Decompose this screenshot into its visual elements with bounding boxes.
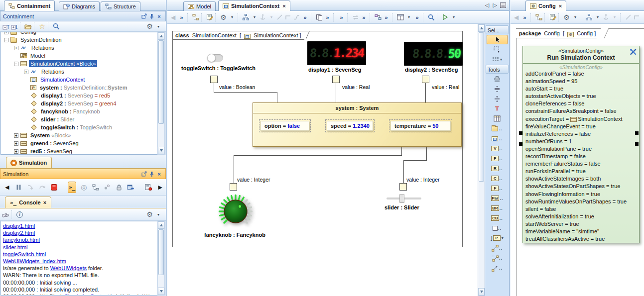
palette-iflow[interactable]: .. (487, 263, 508, 273)
ovf-button[interactable]: » (413, 12, 421, 22)
tree-item[interactable]: +Config (1, 32, 165, 36)
selection-handle[interactable] (519, 131, 522, 135)
tab-structure[interactable]: Structure (101, 1, 140, 11)
tree-item[interactable]: fancyknob : Fancyknob (1, 107, 165, 115)
palette-stamp[interactable] (487, 74, 508, 84)
infoc-button[interactable]: i (15, 209, 24, 219)
fancyknob-widget[interactable] (217, 192, 255, 231)
searchb-button[interactable] (52, 21, 60, 31)
cornerd-button[interactable] (633, 12, 641, 22)
palette-distv[interactable] (487, 94, 508, 103)
connector[interactable] (234, 155, 402, 156)
tree-scrollbar[interactable] (157, 32, 165, 155)
tab-simulationcontext[interactable]: SimulationContext × (218, 0, 290, 11)
zigd-button[interactable] (292, 12, 301, 22)
palette-lbox-CB[interactable]: CB.. (487, 213, 508, 223)
caret-button[interactable]: ▾ (250, 12, 258, 22)
display1-sevenseg[interactable]: 8.8.1.234 (307, 41, 366, 65)
stepovd-button[interactable] (38, 182, 46, 193)
expand-icon[interactable]: + (14, 141, 18, 146)
palette-lbox-BR[interactable]: BR.. (487, 203, 508, 213)
swapd-button[interactable] (351, 12, 360, 22)
pin-icon[interactable] (148, 171, 155, 178)
console-link[interactable]: WebUIWidgets (50, 265, 87, 271)
searchb-button[interactable] (427, 12, 435, 22)
console-link[interactable]: slider.html (3, 244, 28, 250)
tree-item[interactable]: Model (1, 52, 165, 60)
structb-button[interactable] (242, 12, 250, 22)
float-icon[interactable] (140, 13, 148, 20)
console-link[interactable]: display1.html (3, 223, 35, 229)
tree-item[interactable]: slider : Slider (1, 115, 165, 123)
toggle-switch-widget[interactable] (208, 54, 223, 62)
palette-conn[interactable]: .. (487, 243, 508, 253)
canvas-scrollbar[interactable] (478, 24, 485, 296)
playb-button[interactable] (441, 12, 449, 22)
tree-item[interactable]: toggleSwitch : ToggleSwitch (1, 123, 165, 131)
float-icon[interactable] (140, 171, 148, 178)
caret-button[interactable]: ▾ (449, 12, 458, 22)
ovf-button[interactable]: » (382, 12, 390, 22)
pairb-button[interactable] (374, 12, 382, 22)
palette-portsq[interactable]: .. (487, 223, 508, 233)
palette-lbox-R[interactable]: R.. (487, 164, 508, 173)
colA-button[interactable] (1, 21, 10, 31)
serverb-button[interactable] (144, 182, 152, 193)
lined-button[interactable] (275, 12, 284, 22)
slider-handle[interactable] (399, 194, 404, 203)
palette-pkg[interactable]: .. (487, 124, 508, 133)
simulation-config-block[interactable]: «SimulationConfig» Run Simulation Contex… (522, 46, 640, 243)
ovf-button[interactable]: » (520, 12, 529, 22)
console-link[interactable]: SimulationContext (65, 294, 109, 296)
caret-button[interactable]: ▾ (154, 21, 162, 31)
tab-config[interactable]: ⚙ Config × (525, 0, 566, 11)
tree-item[interactable]: −SimulationContext «Block» (1, 60, 165, 68)
tree-item[interactable]: SimulationContext (1, 76, 165, 84)
caret-button[interactable]: ▾ (404, 12, 413, 22)
scroll-up-icon[interactable] (158, 32, 164, 40)
palette-lbox-P[interactable]: P.. (487, 154, 508, 163)
expand-icon[interactable]: + (14, 46, 18, 50)
nextb-button[interactable]: ▶ (156, 182, 164, 193)
exportb-button[interactable] (127, 182, 134, 193)
palette-marquee[interactable] (487, 45, 508, 54)
tree-item[interactable]: −SystemDefinition (1, 36, 165, 44)
tab-simulation[interactable]: Simulation (6, 157, 52, 168)
scroll-down-icon[interactable] (158, 147, 164, 154)
close-icon[interactable]: × (559, 3, 562, 9)
caret-button[interactable]: ▾ (571, 12, 579, 22)
tree-item[interactable]: +green4 : SevenSeg (1, 139, 165, 147)
console-link[interactable]: fancyknob.html (3, 237, 40, 243)
gear-button[interactable]: ⚙ (145, 21, 154, 31)
display2-sevenseg[interactable]: 8.8.8.50 (404, 42, 463, 66)
tab-diagrams[interactable]: 0 Diagrams (59, 1, 100, 11)
palette-header[interactable]: Tools (486, 65, 509, 74)
callout-button[interactable] (205, 12, 214, 22)
stepind-button[interactable] (26, 182, 34, 193)
connector[interactable] (403, 160, 404, 183)
display1-port[interactable] (332, 76, 340, 83)
tab-containment[interactable]: Containment (4, 0, 55, 11)
scroll-up-icon[interactable] (478, 24, 485, 32)
targetb-button[interactable]: ◎ (80, 182, 88, 193)
pauseb-button[interactable] (14, 182, 22, 193)
palette-griddots[interactable]: ▾ (487, 55, 508, 64)
nav-forward-icon[interactable]: ▷ (493, 2, 497, 8)
tree-item[interactable]: Psystem : SystemDefinition::System (1, 84, 165, 92)
tree-item[interactable]: display2 : SevenSeg = green4 (1, 99, 165, 107)
selection-handle[interactable] (635, 131, 639, 135)
folderO-button[interactable] (24, 21, 32, 31)
backd-button[interactable]: ◀ (512, 12, 520, 22)
ovf-button[interactable]: » (323, 12, 332, 22)
palette-bind[interactable]: =.. (487, 253, 508, 263)
expand-icon[interactable]: + (14, 133, 18, 138)
expand-icon[interactable]: + (24, 70, 28, 74)
toggle-knob[interactable] (207, 54, 216, 62)
display2-port[interactable] (422, 76, 429, 83)
ovf-button[interactable]: » (301, 12, 309, 22)
fancyknob-port[interactable] (230, 183, 237, 191)
wrench-icon[interactable] (630, 48, 637, 56)
palette-lbox-Par[interactable]: Par.. (487, 194, 508, 203)
palette-swimlane[interactable] (487, 114, 508, 123)
collapse-icon[interactable]: − (4, 38, 8, 42)
